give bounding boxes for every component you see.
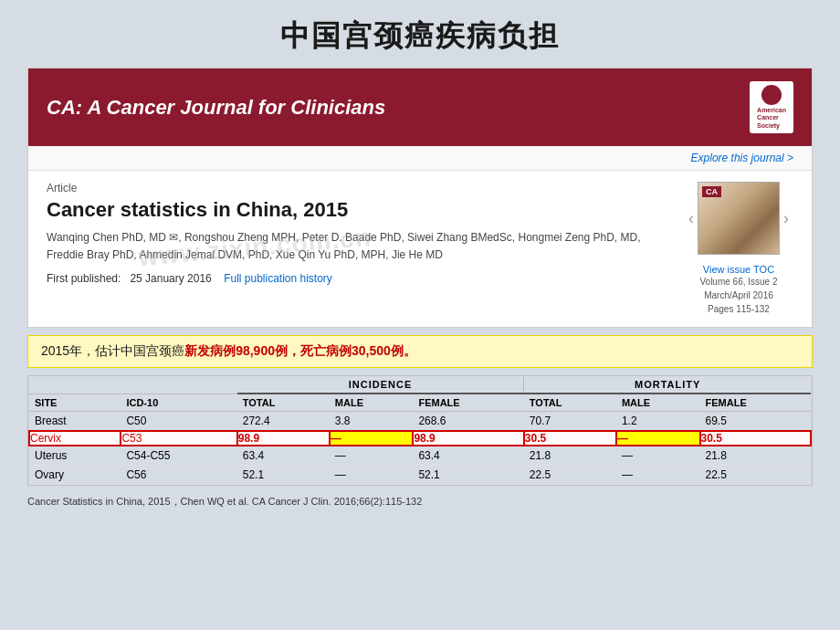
article-thumbnail: ‹ CA › View issue TOC Volume 66, Issue 2… (684, 182, 793, 316)
article-type-label: Article (47, 182, 666, 194)
col-mor-male: MALE (616, 394, 700, 412)
col-mor-total: TOTAL (524, 394, 616, 412)
first-published-date: 25 January 2016 (130, 272, 211, 285)
article-main: Article Cancer statistics in China, 2015… (47, 182, 666, 316)
footnote: Cancer Statistics in China, 2015，Chen WQ… (27, 495, 813, 509)
table-group-header-row: INCIDENCE MORTALITY (29, 376, 811, 394)
view-issue-link[interactable]: View issue TOC (703, 264, 774, 275)
first-published: First published: 25 January 2016 Full pu… (47, 272, 666, 285)
thumb-nav: ‹ CA › (688, 182, 789, 255)
acs-logo: AmericanCancerSociety (750, 81, 793, 133)
table-row: CervixC5398.9—98.930.5—30.5 (29, 431, 811, 446)
volume-info: Volume 66, Issue 2 (699, 275, 777, 289)
logo-circle-icon (761, 85, 782, 105)
data-table: INCIDENCE MORTALITY SITE ICD-10 TOTAL MA… (27, 375, 813, 486)
table-row: OvaryC5652.1—52.122.5—22.5 (29, 466, 811, 485)
ca-label: CA (702, 186, 721, 197)
table-row: UterusC54-C5563.4—63.421.8—21.8 (29, 446, 811, 466)
col-inc-female: FEMALE (413, 394, 523, 412)
authors-text: Wanqing Chen PhD, MD ✉, Rongshou Zheng M… (47, 229, 666, 264)
journal-title: CA: A Cancer Journal for Clinicians (47, 96, 385, 120)
table-row: BreastC50272.43.8268.670.71.269.5 (29, 412, 811, 432)
content-area: CA: A Cancer Journal for Clinicians Amer… (27, 68, 813, 328)
first-published-label: First published: (47, 272, 121, 285)
article-body: Article Cancer statistics in China, 2015… (28, 171, 812, 327)
period-info: March/April 2016 (704, 289, 773, 302)
highlight-bold-text: 新发病例98,900例，死亡病例30,500例。 (184, 343, 416, 358)
mortality-group-header: MORTALITY (524, 376, 811, 394)
pages-info: Pages 115-132 (708, 302, 770, 316)
highlight-text-before: 2015年，估计中国宫颈癌 (41, 343, 184, 358)
highlight-box: 2015年，估计中国宫颈癌新发病例98,900例，死亡病例30,500例。 (27, 335, 813, 368)
incidence-group-header: INCIDENCE (237, 376, 524, 394)
col-icd: ICD-10 (121, 394, 236, 412)
col-inc-total: TOTAL (237, 394, 330, 412)
journal-header: CA: A Cancer Journal for Clinicians Amer… (28, 68, 812, 146)
prev-arrow-icon[interactable]: ‹ (688, 209, 694, 228)
next-arrow-icon[interactable]: › (783, 209, 789, 228)
page-title: 中国宫颈癌疾病负担 (0, 0, 840, 68)
table-sub-header-row: SITE ICD-10 TOTAL MALE FEMALE TOTAL MALE… (29, 394, 811, 412)
col-site: SITE (29, 394, 121, 412)
full-publication-link[interactable]: Full publication history (224, 272, 332, 285)
article-title: Cancer statistics in China, 2015 (47, 198, 666, 222)
cover-image: CA (698, 182, 780, 255)
col-mor-female: FEMALE (700, 394, 811, 412)
explore-link[interactable]: Explore this journal > (28, 146, 812, 171)
col-inc-male: MALE (330, 394, 414, 412)
